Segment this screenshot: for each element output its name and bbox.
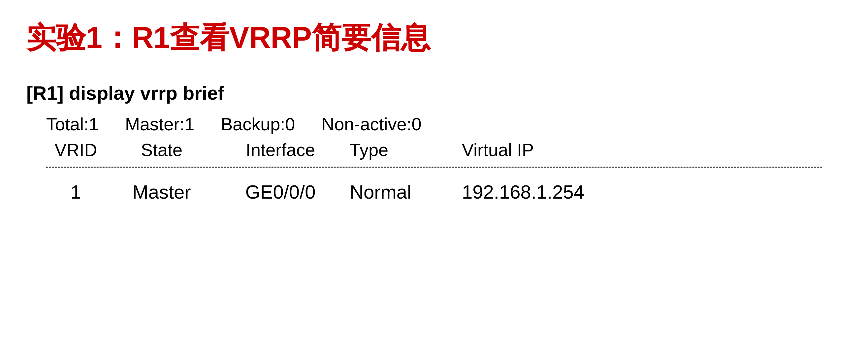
total-stat: Total:1 (46, 114, 99, 134)
nonactive-stat: Non-active:0 (321, 114, 421, 134)
cell-virtualip: 192.168.1.254 (455, 181, 620, 203)
cell-type: Normal (343, 181, 455, 203)
header-type: Type (343, 139, 455, 160)
table-row: 1 Master GE0/0/0 Normal 192.168.1.254 (46, 181, 842, 203)
cell-state: Master (105, 181, 218, 203)
cell-vrid: 1 (46, 181, 105, 203)
backup-stat: Backup:0 (221, 114, 295, 134)
page-title: 实验1：R1查看VRRP简要信息 (26, 20, 842, 56)
command-block: [R1] display vrrp brief Total:1 Master:1… (26, 82, 842, 203)
command-prompt: [R1] display vrrp brief (26, 82, 842, 104)
header-interface: Interface (218, 139, 343, 160)
master-stat: Master:1 (125, 114, 194, 134)
header-virtualip: Virtual IP (455, 139, 620, 160)
cell-interface: GE0/0/0 (218, 181, 343, 203)
table-header-row: VRID State Interface Type Virtual IP (46, 139, 842, 160)
stats-row: Total:1 Master:1 Backup:0 Non-active:0 (46, 114, 842, 134)
header-vrid: VRID (46, 139, 105, 160)
table-separator (46, 167, 822, 168)
header-state: State (105, 139, 218, 160)
